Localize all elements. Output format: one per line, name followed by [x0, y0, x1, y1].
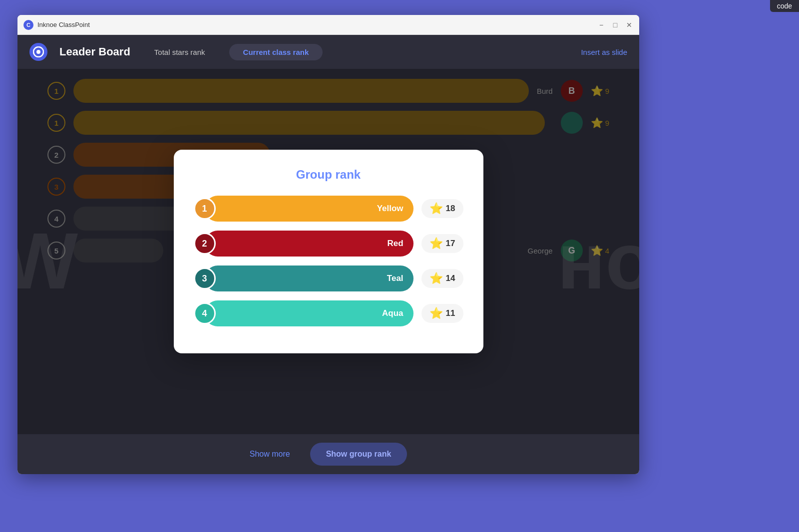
app-logo [29, 43, 47, 61]
group-rank-badge-2: 2 [194, 233, 216, 255]
star-icon: ⭐ [429, 237, 443, 250]
group-star-count: 17 [446, 239, 455, 249]
close-button[interactable]: ✕ [625, 21, 633, 29]
group-bar-teal: Teal [205, 266, 413, 291]
window-title: Inknoe ClassPoint [37, 21, 597, 28]
group-name-red: Red [387, 239, 403, 249]
group-stars-red: ⭐ 17 [421, 234, 463, 253]
group-bar-red: Red [205, 231, 413, 257]
main-content: W но 1 Burd B ⭐ 9 1 ⭐ 9 2 [17, 69, 639, 434]
group-rank-badge-1: 1 [194, 198, 216, 220]
group-bar-yellow: Yellow [205, 196, 413, 222]
group-rank-badge-4: 4 [194, 302, 216, 324]
code-badge: code [770, 0, 799, 12]
star-icon: ⭐ [429, 202, 443, 215]
maximize-button[interactable]: □ [611, 21, 619, 29]
star-icon: ⭐ [429, 272, 443, 285]
minimize-button[interactable]: − [597, 21, 605, 29]
group-star-count: 11 [446, 308, 455, 318]
group-row-aqua: 4 Aqua ⭐ 11 [194, 300, 463, 326]
group-stars-teal: ⭐ 14 [421, 269, 463, 288]
show-group-rank-button[interactable]: Show group rank [310, 443, 407, 466]
tab-current-class[interactable]: Current class rank [229, 44, 323, 60]
group-name-aqua: Aqua [382, 308, 403, 318]
app-header: Leader Board Total stars rank Current cl… [17, 35, 639, 69]
group-name-teal: Teal [387, 273, 403, 283]
group-row-yellow: 1 Yellow ⭐ 18 [194, 196, 463, 222]
app-window: C Inknoe ClassPoint − □ ✕ Leader Board T… [17, 15, 639, 474]
group-rank-modal: Group rank 1 Yellow ⭐ 18 2 Red [174, 150, 483, 353]
group-stars-aqua: ⭐ 11 [421, 304, 463, 323]
group-row-teal: 3 Teal ⭐ 14 [194, 266, 463, 291]
insert-as-slide-button[interactable]: Insert as slide [581, 48, 627, 56]
group-row-red: 2 Red ⭐ 17 [194, 231, 463, 257]
tab-total-stars[interactable]: Total stars rank [140, 44, 219, 60]
app-title: Leader Board [59, 45, 130, 58]
show-more-button[interactable]: Show more [250, 450, 290, 459]
group-stars-yellow: ⭐ 18 [421, 199, 463, 218]
group-bar-aqua: Aqua [205, 300, 413, 326]
group-star-count: 14 [446, 273, 455, 283]
group-rank-badge-3: 3 [194, 267, 216, 289]
group-name-yellow: Yellow [377, 204, 403, 214]
star-icon: ⭐ [429, 307, 443, 320]
window-controls: − □ ✕ [597, 21, 633, 29]
group-star-count: 18 [446, 204, 455, 214]
svg-point-1 [36, 50, 40, 54]
bottom-bar: Show more Show group rank [17, 434, 639, 474]
app-logo-small: C [23, 20, 33, 30]
modal-overlay[interactable]: Group rank 1 Yellow ⭐ 18 2 Red [17, 69, 639, 434]
modal-title: Group rank [194, 168, 463, 182]
title-bar: C Inknoe ClassPoint − □ ✕ [17, 15, 639, 35]
